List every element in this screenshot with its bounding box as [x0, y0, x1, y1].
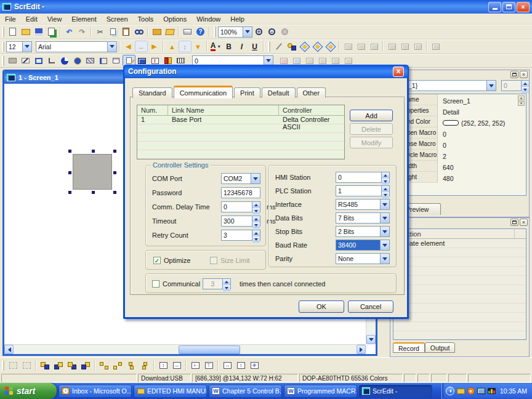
effect-expand-icon[interactable] [324, 41, 337, 52]
align-center-v-icon[interactable]: ↕ [179, 41, 191, 52]
order-icon[interactable] [368, 41, 381, 52]
bold-icon[interactable]: B [222, 41, 235, 52]
record-panel-titlebar[interactable]: × [390, 218, 529, 227]
ungroup-icon[interactable] [20, 360, 33, 371]
open-project-icon[interactable] [163, 26, 176, 38]
resize-handle[interactable] [68, 191, 71, 194]
align-right-edge-icon[interactable] [111, 360, 124, 371]
display-tray-icon[interactable] [477, 388, 485, 394]
baud-rate-combo[interactable]: 38400 [336, 240, 390, 251]
optimize-checkbox[interactable]: ✓ [153, 257, 161, 264]
volume-tray-icon[interactable] [488, 388, 496, 394]
retry-count-spinner[interactable]: 3 [221, 230, 260, 241]
delete-button[interactable]: Delete [350, 123, 393, 135]
italic-icon[interactable]: I [235, 41, 248, 52]
effect-rotate-icon[interactable] [311, 41, 324, 52]
tray-collapse-icon[interactable] [446, 387, 454, 395]
align-bottom-edge-icon[interactable] [138, 360, 151, 371]
data-bits-combo[interactable]: 7 Bits [336, 212, 390, 224]
cut-icon[interactable]: ✂ [94, 26, 107, 38]
menu-window[interactable]: Window [191, 15, 225, 23]
resize-handle[interactable] [113, 191, 116, 194]
circle-tool-icon[interactable] [71, 55, 84, 66]
resize-handle[interactable] [92, 150, 95, 153]
line-tool-icon[interactable] [19, 55, 32, 66]
pie-tool-icon[interactable] [58, 55, 71, 66]
send-to-back-icon[interactable] [52, 360, 65, 371]
space-down-icon[interactable]: ⊤ [202, 360, 216, 371]
action-column-header[interactable]: Action [398, 229, 515, 238]
resize-handle[interactable] [68, 150, 71, 153]
stop-bits-combo[interactable]: 2 Bits [336, 226, 390, 237]
save-icon[interactable] [32, 26, 45, 38]
cancel-button[interactable]: Cancel [348, 300, 393, 313]
maximize-button[interactable] [502, 2, 515, 12]
dialog-close-icon[interactable]: × [393, 66, 404, 77]
taskbar-item-scredit[interactable]: ScrEdit - [359, 385, 432, 398]
tab-output[interactable]: Output [425, 342, 456, 353]
zoom-reset-icon[interactable] [278, 26, 291, 38]
start-button[interactable]: start [0, 383, 57, 399]
taskbar-item-outlook[interactable]: 🕒 Inbox - Microsoft O... [58, 385, 132, 398]
close-panel-icon[interactable]: × [520, 71, 528, 78]
effect-shrink-icon[interactable] [298, 41, 311, 52]
find-icon[interactable] [132, 26, 145, 38]
resize-handle[interactable] [113, 150, 116, 153]
toolbar-grip[interactable] [2, 42, 4, 52]
toolbar-grip[interactable] [2, 56, 4, 66]
comm-times-spinner[interactable]: 3 [203, 278, 231, 289]
link-table[interactable]: Num. Link Name Controller 1 Base Port De… [137, 105, 345, 159]
tab-print[interactable]: Print [234, 87, 260, 98]
scroll-down-icon[interactable] [366, 335, 376, 344]
menu-tools[interactable]: Tools [133, 15, 159, 23]
help-icon[interactable]: ? [194, 26, 207, 38]
zoom-out-icon[interactable]: − [265, 26, 278, 38]
frame-tool-icon[interactable] [32, 55, 45, 66]
selected-element[interactable] [73, 154, 112, 190]
same-height-icon[interactable]: ↕ [234, 360, 248, 371]
property-row[interactable]: pen Macro0 [393, 127, 526, 139]
effect-flash-icon[interactable] [285, 41, 298, 52]
pattern-tool-icon[interactable] [84, 55, 97, 66]
property-panel-titlebar[interactable]: × [390, 70, 529, 79]
size-limit-checkbox[interactable] [210, 257, 217, 264]
property-row[interactable]: ameScreen_1 [393, 94, 526, 105]
menu-help[interactable]: Help [225, 15, 249, 23]
add-button[interactable]: Add [350, 110, 393, 121]
layout-icon[interactable] [398, 41, 411, 52]
paste-icon[interactable] [119, 26, 132, 38]
float-panel-icon[interactable] [510, 219, 518, 226]
scale-tool-icon[interactable] [97, 55, 110, 66]
redo-icon[interactable]: ↷ [76, 26, 89, 38]
group-icon[interactable] [6, 360, 20, 371]
export-icon[interactable] [45, 26, 58, 38]
order-icon[interactable] [355, 41, 368, 52]
toolbar-grip[interactable] [268, 42, 270, 52]
corner-tool-icon[interactable] [45, 55, 58, 66]
underline-icon[interactable]: U [248, 41, 261, 52]
align-top-edge-icon[interactable] [124, 360, 138, 371]
bring-to-front-icon[interactable] [38, 360, 52, 371]
zoom-in-icon[interactable]: + [252, 26, 265, 38]
taskbar-item-word-1[interactable]: W Chapter 5 Control B... [209, 385, 282, 398]
menu-screen[interactable]: Screen [102, 15, 133, 23]
property-row[interactable]: ycle Macro2 [393, 150, 526, 161]
tab-standard[interactable]: Standard [132, 87, 172, 98]
font-color-icon[interactable]: A▼ [209, 41, 222, 52]
zoom-combo[interactable]: 100% [218, 26, 252, 38]
move-backward-icon[interactable] [79, 360, 92, 371]
close-panel-icon[interactable]: × [520, 219, 528, 226]
modify-button[interactable]: Modify [350, 137, 393, 148]
property-row[interactable]: opertiesDetail [393, 105, 526, 116]
pick-style-icon[interactable] [272, 41, 285, 52]
property-row[interactable]: ight480 [393, 172, 526, 183]
mail-tray-icon[interactable] [457, 389, 465, 394]
tab-record[interactable]: Record [393, 342, 425, 353]
scroll-right-icon[interactable] [357, 345, 366, 354]
align-left-edge-icon[interactable] [97, 360, 111, 371]
property-row[interactable]: ose Macro0 [393, 139, 526, 150]
print-icon[interactable] [181, 26, 194, 38]
toolbar-grip[interactable] [214, 27, 216, 37]
screen-index-spinner[interactable]: 0 [501, 80, 530, 91]
taskbar-item-word-2[interactable]: W Programmed MACR... [284, 385, 357, 398]
